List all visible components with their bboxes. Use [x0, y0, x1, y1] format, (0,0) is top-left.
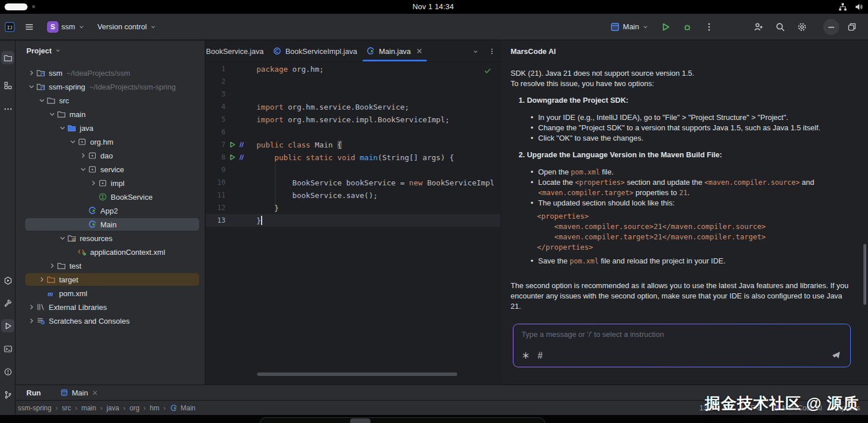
- tree-item-bookservice[interactable]: BookService: [15, 190, 205, 204]
- ai-panel-scrollbar[interactable]: [863, 244, 866, 305]
- tree-item-resources[interactable]: resources: [15, 231, 205, 245]
- twisty-closed-icon[interactable]: [79, 151, 88, 160]
- restore-window-button[interactable]: [844, 19, 860, 35]
- code-line-11[interactable]: 11 bookService.save();: [206, 189, 500, 201]
- code-line-13[interactable]: 13}: [206, 214, 500, 227]
- breadcrumb-item-src[interactable]: src: [62, 404, 71, 412]
- tree-item-src[interactable]: src: [15, 94, 205, 107]
- code-line-12[interactable]: 12 }: [206, 201, 500, 214]
- activity-services-button[interactable]: [1, 274, 14, 287]
- code-line-8[interactable]: 8 public static void main(String[] args)…: [206, 151, 500, 164]
- code-line-9[interactable]: 9: [206, 164, 500, 176]
- tree-item-service[interactable]: service: [15, 162, 205, 176]
- search-everywhere-button[interactable]: [772, 20, 789, 34]
- breadcrumb-item-main[interactable]: Main: [170, 404, 196, 412]
- close-icon[interactable]: [91, 389, 99, 397]
- project-widget[interactable]: S ssm: [44, 19, 88, 35]
- tab-list-chevron-icon[interactable]: [472, 48, 479, 55]
- tree-item-scratches-and-consoles[interactable]: Scratches and Consoles: [15, 314, 205, 328]
- tree-item-target[interactable]: target: [15, 273, 205, 286]
- twisty-closed-icon[interactable]: [27, 302, 36, 312]
- code-line-4[interactable]: 4import org.hm.service.BookService;: [206, 100, 500, 113]
- tree-item-impl[interactable]: impl: [15, 176, 205, 190]
- twisty-open-icon[interactable]: [68, 137, 77, 146]
- code-line-6[interactable]: 6: [206, 126, 500, 138]
- tree-item-main[interactable]: main: [15, 107, 205, 121]
- editor-tab-bookservice-java[interactable]: BookService.java: [206, 41, 268, 61]
- tree-item-test[interactable]: test: [15, 259, 205, 273]
- run-tab-main[interactable]: Main: [60, 389, 99, 397]
- tree-item-java[interactable]: java: [15, 121, 205, 135]
- tree-item-ssm-spring[interactable]: ssm-spring~/IdeaProjects/ssm-spring: [15, 80, 205, 94]
- editor-tab-main-java[interactable]: Main.java: [361, 41, 428, 61]
- tree-item-pom-xml[interactable]: mpom.xml: [15, 286, 205, 300]
- code-line-1[interactable]: 1package org.hm;: [206, 63, 500, 75]
- twisty-closed-icon[interactable]: [27, 68, 36, 77]
- commands-icon[interactable]: [521, 351, 530, 360]
- marscode-icon[interactable]: [238, 154, 244, 161]
- breadcrumb-item-main[interactable]: main: [81, 404, 96, 412]
- twisty-open-icon[interactable]: [37, 96, 46, 105]
- vcs-widget[interactable]: Version control: [94, 20, 160, 33]
- code-line-2[interactable]: 2: [206, 75, 500, 88]
- code-line-10[interactable]: 10 BookService bookService = new BookSer…: [206, 176, 500, 189]
- tree-item-ssm[interactable]: ssm~/IdeaProjects/ssm: [15, 66, 205, 80]
- code-viewport[interactable]: 1package org.hm;234import org.hm.service…: [206, 63, 500, 227]
- minimize-button[interactable]: [823, 19, 839, 35]
- activity-problems-button[interactable]: [1, 365, 14, 378]
- settings-button[interactable]: [793, 20, 811, 34]
- activity-version-control-button[interactable]: [1, 388, 14, 401]
- class-run-icon: [88, 206, 97, 215]
- activity-structure-button[interactable]: [1, 79, 14, 92]
- run-gutter-icon[interactable]: [229, 154, 236, 161]
- twisty-open-icon[interactable]: [79, 165, 88, 174]
- tree-item-main[interactable]: Main: [15, 218, 205, 231]
- twisty-open-icon[interactable]: [58, 123, 67, 133]
- editor-tab-label: BookService.java: [206, 47, 263, 56]
- more-actions-button[interactable]: [700, 20, 718, 34]
- activity-project-button[interactable]: [1, 51, 14, 64]
- twisty-open-icon[interactable]: [48, 110, 57, 119]
- twisty-closed-icon[interactable]: [48, 261, 57, 270]
- code-line-7[interactable]: 7public class Main {: [206, 138, 500, 151]
- tree-item-applicationcontext-xml[interactable]: applicationContext.xml: [15, 245, 205, 259]
- line-number: 2: [206, 77, 225, 86]
- code-line-5[interactable]: 5import org.hm.service.impl.BookServiceI…: [206, 113, 500, 126]
- twisty-closed-icon[interactable]: [27, 316, 36, 325]
- tree-item-dao[interactable]: dao: [15, 149, 205, 162]
- send-icon[interactable]: [831, 350, 841, 360]
- twisty-closed-icon[interactable]: [37, 275, 46, 284]
- project-tool-window: Project ssm~/IdeaProjects/ssmssm-spring~…: [15, 41, 205, 385]
- twisty-open-icon[interactable]: [58, 234, 67, 243]
- hash-context-icon[interactable]: #: [538, 351, 543, 360]
- marscode-icon[interactable]: [238, 141, 244, 148]
- activity-more-button[interactable]: [1, 102, 14, 115]
- code-line-3[interactable]: 3: [206, 88, 500, 100]
- hierarchy-icon[interactable]: [838, 2, 847, 11]
- run-button[interactable]: [657, 20, 674, 34]
- editor-tab-bookserviceimpl-java[interactable]: BookServiceImpl.java: [268, 41, 361, 61]
- project-panel-header[interactable]: Project: [15, 41, 205, 60]
- breadcrumb-item-hm[interactable]: hm: [150, 404, 159, 412]
- volume-icon[interactable]: [854, 2, 863, 11]
- twisty-closed-icon[interactable]: [89, 178, 98, 188]
- horizontal-scrollbar[interactable]: [257, 372, 457, 376]
- tab-options-kebab-icon[interactable]: [488, 48, 496, 55]
- tree-item-external-libraries[interactable]: External Libraries: [15, 300, 205, 314]
- tree-item-app2[interactable]: App2: [15, 204, 205, 218]
- activity-build-button[interactable]: [1, 296, 14, 309]
- debug-button[interactable]: [679, 20, 696, 34]
- close-icon[interactable]: [415, 47, 423, 55]
- ai-message-input[interactable]: [521, 330, 822, 339]
- tree-item-org-hm[interactable]: org.hm: [15, 135, 205, 149]
- run-gutter-icon[interactable]: [229, 141, 236, 148]
- activity-terminal-button[interactable]: [1, 342, 14, 355]
- breadcrumb-item-java[interactable]: java: [107, 404, 119, 412]
- main-menu-button[interactable]: [21, 20, 38, 34]
- editor-area[interactable]: BookService.javaBookServiceImpl.javaMain…: [206, 41, 500, 385]
- breadcrumb-item-org[interactable]: org: [130, 404, 139, 412]
- code-with-me-button[interactable]: [750, 20, 767, 34]
- activity-run-button[interactable]: [1, 319, 14, 332]
- twisty-open-icon[interactable]: [27, 82, 36, 91]
- run-configuration-widget[interactable]: Main: [606, 20, 652, 34]
